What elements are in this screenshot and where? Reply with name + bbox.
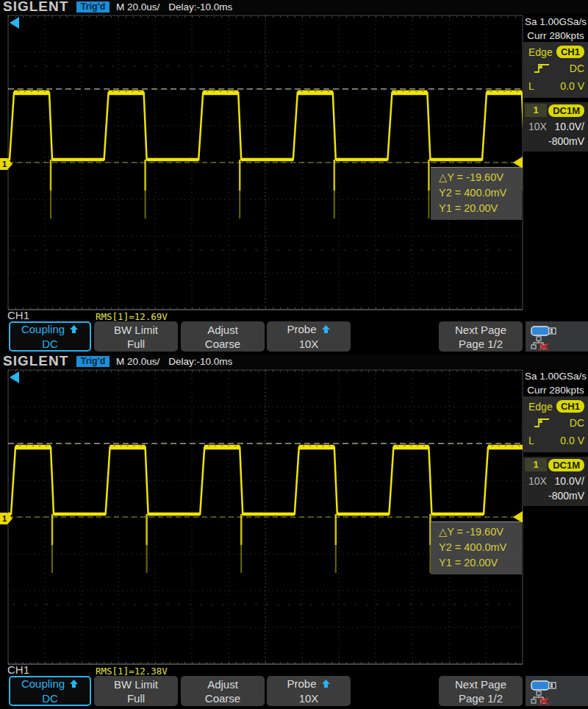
svg-text:1: 1 (2, 514, 7, 523)
timebase-value: M 20.0us/ (116, 1, 159, 13)
vertical-scale-value: 10.0V/ (555, 121, 584, 132)
status-icon-panel (526, 321, 588, 352)
vertical-scale-value: 10.0V/ (555, 475, 584, 487)
cursor-delta-y: △Y = -19.60V (439, 526, 503, 538)
probe-value: 10X (267, 337, 351, 351)
siglent-oscilloscope-captures: { "brand": "SIGLENT", "header": { "trigg… (0, 0, 588, 709)
coupling-button[interactable]: Coupling DC (9, 321, 91, 352)
channel-coupling-badge: DC1M (548, 459, 584, 471)
page-indicator: Page 1/2 (439, 337, 523, 351)
next-page-button[interactable]: Next PagePage 1/2 (439, 321, 523, 352)
coupling-value: DC (10, 691, 90, 705)
bw-limit-value: Full (94, 337, 178, 351)
sample-rate-readout: Sa 1.00GSa/s (523, 371, 588, 382)
rms-measurement: RMS[1]=12.69V (96, 311, 168, 322)
cursor-y2: Y2 = 400.0mV (439, 541, 506, 553)
vertical-offset-value: -800mV (548, 490, 584, 502)
adjust-value: Coarse (181, 337, 265, 351)
cursor-delta-y: △Y = -19.60V (439, 171, 503, 183)
trigger-info-panel: Edge CH1 DC L 0.0 V (523, 42, 588, 98)
channel-info-panel: 1 DC1M 10X 10.0V/ -800mV (523, 457, 588, 506)
timebase-value: M 20.0us/ (116, 356, 159, 367)
trigger-status-badge: Trig'd (76, 356, 110, 367)
lan-disconnected-icon (531, 336, 553, 351)
trigger-info-panel: Edge CH1 DC L 0.0 V (523, 396, 588, 452)
timebase-readout: M 20.0us/Delay:-10.0ms (116, 356, 241, 367)
trigger-level-value: 0.0 V (560, 80, 584, 92)
lan-disconnected-icon (531, 691, 553, 705)
coupling-button[interactable]: Coupling DC (9, 676, 91, 706)
popup-arrow-icon (321, 677, 331, 691)
bw-limit-button[interactable]: BW LimitFull (94, 676, 178, 706)
siglent-logo: SIGLENT (3, 354, 68, 369)
rising-edge-icon (534, 417, 550, 431)
trigger-level-label: L (528, 80, 534, 92)
page-indicator: Page 1/2 (439, 691, 523, 705)
delay-value: Delay:-10.0ms (168, 1, 232, 13)
memory-depth-readout: Curr 280kpts (523, 30, 588, 41)
channel-coupling-badge: DC1M (548, 104, 584, 117)
channel-info-panel: 1 DC1M 10X 10.0V/ -800mV (523, 102, 588, 152)
vertical-offset-value: -800mV (548, 135, 584, 147)
channel-number-tab: 1 (525, 458, 547, 471)
trigger-source-badge: CH1 (556, 400, 584, 413)
trigger-coupling-value: DC (570, 417, 584, 429)
cursor-y2: Y2 = 400.0mV (439, 187, 506, 199)
cursor-y1: Y1 = 20.00V (439, 557, 498, 569)
oscilloscope-screenshot-1: 1 SIGLENT Trig'd M 20.0us/Delay:-10.0ms … (0, 0, 588, 354)
trigger-level-label: L (528, 435, 534, 446)
trigger-coupling-value: DC (570, 63, 584, 74)
probe-attenuation-value: 10X (528, 121, 547, 132)
cursor-measurement-overlay: △Y = -19.60V Y2 = 400.0mV Y1 = 20.00V (431, 521, 522, 574)
usb-device-icon (531, 680, 557, 691)
probe-value: 10X (267, 691, 351, 705)
menu-channel-label: CH1 (7, 309, 29, 321)
bw-limit-value: Full (94, 691, 178, 705)
svg-text:1: 1 (2, 160, 7, 168)
header-bar: SIGLENT Trig'd M 20.0us/Delay:-10.0ms (0, 0, 588, 14)
popup-arrow-icon (69, 677, 79, 691)
popup-arrow-icon (69, 323, 79, 337)
cursor-y1: Y1 = 20.00V (439, 202, 498, 214)
probe-attenuation-value: 10X (528, 475, 547, 487)
status-icon-panel (526, 676, 588, 706)
coupling-value: DC (10, 337, 90, 351)
trigger-source-badge: CH1 (556, 46, 584, 58)
trigger-level-value: 0.0 V (560, 435, 584, 446)
adjust-button[interactable]: AdjustCoarse (181, 321, 265, 352)
adjust-value: Coarse (181, 691, 265, 705)
header-bar: SIGLENT Trig'd M 20.0us/Delay:-10.0ms (0, 354, 588, 368)
siglent-logo: SIGLENT (3, 0, 68, 15)
trigger-type-label: Edge (528, 46, 553, 58)
usb-device-icon (531, 325, 557, 337)
channel-number-tab: 1 (525, 104, 547, 117)
rms-measurement: RMS[1]=12.38V (96, 666, 168, 677)
cursor-measurement-overlay: △Y = -19.60V Y2 = 400.0mV Y1 = 20.00V (431, 167, 522, 220)
trigger-type-label: Edge (528, 401, 553, 413)
oscilloscope-screenshot-2: 1 SIGLENT Trig'd M 20.0us/Delay:-10.0ms … (0, 354, 588, 709)
probe-button[interactable]: Probe 10X (267, 676, 351, 706)
rising-edge-icon (534, 63, 550, 76)
delay-value: Delay:-10.0ms (168, 356, 232, 367)
adjust-button[interactable]: AdjustCoarse (181, 676, 265, 706)
popup-arrow-icon (321, 323, 331, 337)
memory-depth-readout: Curr 280kpts (523, 385, 588, 396)
bw-limit-button[interactable]: BW LimitFull (94, 321, 178, 352)
probe-button[interactable]: Probe 10X (267, 321, 351, 352)
menu-channel-label: CH1 (7, 663, 29, 676)
timebase-readout: M 20.0us/Delay:-10.0ms (116, 1, 241, 13)
sample-rate-readout: Sa 1.00GSa/s (523, 16, 588, 27)
next-page-button[interactable]: Next PagePage 1/2 (439, 676, 523, 706)
trigger-status-badge: Trig'd (76, 1, 110, 13)
